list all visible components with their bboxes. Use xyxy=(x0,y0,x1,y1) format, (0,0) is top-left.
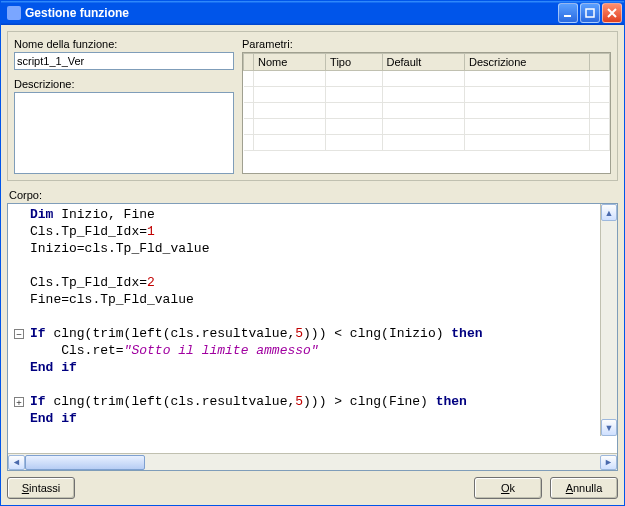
column-header[interactable]: Descrizione xyxy=(464,54,589,71)
minimize-button[interactable] xyxy=(558,3,578,23)
column-header[interactable]: Nome xyxy=(254,54,326,71)
params-grid[interactable]: NomeTipoDefaultDescrizione xyxy=(242,52,611,174)
cancel-button[interactable]: Annulla xyxy=(550,477,618,499)
maximize-button[interactable] xyxy=(580,3,600,23)
close-icon xyxy=(607,8,617,18)
scroll-right-icon[interactable]: ► xyxy=(600,455,617,470)
fold-collapse-icon[interactable]: − xyxy=(14,329,24,339)
code-text[interactable]: Dim Inizio, Fine Cls.Tp_Fld_Idx=1 Inizio… xyxy=(30,204,617,453)
svg-rect-1 xyxy=(586,9,594,17)
column-header[interactable]: Default xyxy=(382,54,464,71)
scroll-down-icon[interactable]: ▼ xyxy=(601,419,617,436)
horizontal-scrollbar[interactable]: ◄ ► xyxy=(8,453,617,470)
body-label: Corpo: xyxy=(9,189,618,201)
table-row[interactable] xyxy=(244,135,610,151)
upper-panel: Nome della funzione: Descrizione: Parame… xyxy=(7,31,618,181)
params-label: Parametri: xyxy=(242,38,611,50)
ok-button[interactable]: Ok xyxy=(474,477,542,499)
close-button[interactable] xyxy=(602,3,622,23)
window: Gestione funzione Nome della funzione: D… xyxy=(0,0,625,506)
right-column: Parametri: NomeTipoDefaultDescrizione xyxy=(242,38,611,174)
table-row[interactable] xyxy=(244,71,610,87)
scroll-up-icon[interactable]: ▲ xyxy=(601,204,617,221)
content-area: Nome della funzione: Descrizione: Parame… xyxy=(1,25,624,505)
fold-gutter[interactable]: −+ xyxy=(8,204,30,453)
description-textarea[interactable] xyxy=(14,92,234,174)
table-row[interactable] xyxy=(244,87,610,103)
func-name-input[interactable] xyxy=(14,52,234,70)
vertical-scrollbar[interactable]: ▲ ▼ xyxy=(600,204,617,436)
window-buttons xyxy=(558,3,622,23)
func-name-label: Nome della funzione: xyxy=(14,38,234,50)
syntax-button[interactable]: Sintassi xyxy=(7,477,75,499)
maximize-icon xyxy=(585,8,595,18)
description-label: Descrizione: xyxy=(14,78,234,90)
column-header[interactable]: Tipo xyxy=(326,54,382,71)
table-row[interactable] xyxy=(244,103,610,119)
minimize-icon xyxy=(563,8,573,18)
table-row[interactable] xyxy=(244,119,610,135)
fold-expand-icon[interactable]: + xyxy=(14,397,24,407)
code-editor: −+ Dim Inizio, Fine Cls.Tp_Fld_Idx=1 Ini… xyxy=(7,203,618,471)
window-title: Gestione funzione xyxy=(25,6,558,20)
scroll-left-icon[interactable]: ◄ xyxy=(8,455,25,470)
app-icon xyxy=(7,6,21,20)
scrollbar-thumb[interactable] xyxy=(25,455,145,470)
svg-rect-0 xyxy=(564,15,571,17)
left-column: Nome della funzione: Descrizione: xyxy=(14,38,234,174)
titlebar[interactable]: Gestione funzione xyxy=(1,1,624,25)
button-row: Sintassi Ok Annulla xyxy=(7,477,618,499)
